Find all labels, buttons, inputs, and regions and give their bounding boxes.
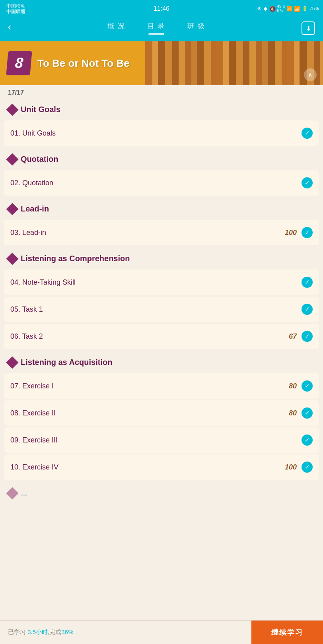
check-icon-06: ✓ [302, 331, 313, 342]
battery-icon: 🔋 [302, 6, 308, 12]
download-icon: ⬇ [302, 21, 315, 35]
carrier-text: 中国移动 中国联通 [6, 3, 25, 15]
lesson-right-08: 80 ✓ [289, 407, 313, 419]
lesson-item-08[interactable]: 08. Exercise II 80 ✓ [4, 400, 319, 426]
lesson-right-05: ✓ [302, 304, 313, 315]
lesson-name-02: 02. Quotation [10, 179, 53, 187]
check-icon-09: ✓ [302, 435, 313, 446]
back-button[interactable]: ‹ [8, 17, 15, 37]
lesson-score-08: 80 [289, 409, 297, 417]
signal-icon: 📶 [294, 6, 300, 12]
section-header-partial: ... [4, 481, 319, 502]
section-header-listening-comp: Listening as Comprehension [4, 247, 319, 268]
lesson-right-02: ✓ [302, 177, 313, 188]
diamond-icon-listening-comp [6, 252, 18, 265]
unit-title: To Be or Not To Be [37, 57, 130, 70]
lesson-right-10: 100 ✓ [285, 462, 313, 473]
continue-button[interactable]: 继续学习 [251, 621, 323, 644]
lesson-item-02[interactable]: 02. Quotation ✓ [4, 170, 319, 196]
time-display: 11:46 [154, 5, 169, 12]
lesson-right-09: ✓ [302, 435, 313, 446]
unit-header: 8 To Be or Not To Be ∧ [0, 41, 323, 85]
check-icon-03: ✓ [302, 227, 313, 238]
tab-overview[interactable]: 概 况 [96, 17, 136, 35]
diamond-icon-unit-goals [6, 103, 18, 116]
check-icon-10: ✓ [302, 462, 313, 473]
wifi-icon: 📶 [286, 6, 292, 12]
section-title-partial: ... [21, 489, 27, 498]
lesson-right-01: ✓ [302, 128, 313, 139]
lesson-name-03: 03. Lead-in [10, 229, 46, 237]
unit-number: 8 [6, 51, 32, 75]
section-header-quotation: Quotation [4, 147, 319, 169]
lesson-name-04: 04. Note-Taking Skill [10, 278, 76, 287]
check-icon-07: ✓ [302, 380, 313, 392]
tab-class[interactable]: 班 级 [176, 17, 216, 35]
check-icon-01: ✓ [302, 128, 313, 139]
section-header-listening-acq: Listening as Acquisition [4, 351, 319, 372]
nav-tabs: 概 况 目 录 班 级 [15, 17, 298, 35]
data-speed: 49.6K/s [277, 4, 285, 13]
download-button[interactable]: ⬇ [298, 17, 315, 39]
section-header-unit-goals: Unit Goals [4, 98, 319, 119]
mute-icon: 🔇 [269, 6, 276, 12]
lesson-item-06[interactable]: 06. Task 2 67 ✓ [4, 324, 319, 349]
eye-icon: 👁 [257, 6, 262, 12]
collapse-button[interactable]: ∧ [304, 68, 317, 81]
check-icon-04: ✓ [302, 277, 313, 288]
lesson-score-07: 80 [289, 382, 297, 390]
lesson-name-07: 07. Exercise I [10, 382, 54, 390]
section-header-lead-in: Lead-in [4, 197, 319, 218]
lesson-name-05: 05. Task 1 [10, 305, 43, 314]
lesson-right-03: 100 ✓ [285, 227, 313, 238]
tab-contents[interactable]: 目 录 [136, 17, 177, 35]
bookshelf-background [145, 41, 323, 85]
lesson-name-06: 06. Task 2 [10, 332, 43, 341]
diamond-icon-listening-acq [6, 356, 18, 369]
nav-bar: ‹ 概 况 目 录 班 级 ⬇ [0, 17, 323, 41]
section-title-unit-goals: Unit Goals [21, 105, 60, 114]
lesson-name-01: 01. Unit Goals [10, 129, 56, 138]
lesson-right-06: 67 ✓ [289, 331, 313, 342]
progress-count: 17/17 [8, 89, 24, 96]
section-title-listening-acq: Listening as Acquisition [21, 358, 112, 367]
lesson-item-04[interactable]: 04. Note-Taking Skill ✓ [4, 270, 319, 295]
progress-section: 17/17 [0, 85, 323, 98]
diamond-icon-quotation [6, 153, 18, 165]
status-icons: 👁 ✱ 🔇 49.6K/s 📶 📶 🔋 75% [257, 4, 319, 13]
lesson-item-10[interactable]: 10. Exercise IV 100 ✓ [4, 454, 319, 480]
lesson-right-07: 80 ✓ [289, 380, 313, 392]
section-title-listening-comp: Listening as Comprehension [21, 254, 130, 263]
lesson-name-09: 09. Exercise III [10, 436, 58, 444]
lesson-score-03: 100 [285, 229, 297, 237]
lesson-name-10: 10. Exercise IV [10, 463, 58, 471]
lesson-right-04: ✓ [302, 277, 313, 288]
lesson-item-05[interactable]: 05. Task 1 ✓ [4, 297, 319, 322]
check-icon-02: ✓ [302, 177, 313, 188]
lesson-item-01[interactable]: 01. Unit Goals ✓ [4, 120, 319, 146]
lesson-item-03[interactable]: 03. Lead-in 100 ✓ [4, 220, 319, 245]
check-icon-08: ✓ [302, 407, 313, 419]
lesson-item-09[interactable]: 09. Exercise III ✓ [4, 427, 319, 453]
section-title-lead-in: Lead-in [21, 204, 49, 213]
lesson-name-08: 08. Exercise II [10, 409, 56, 417]
lesson-score-06: 67 [289, 332, 297, 341]
diamond-icon-partial [6, 487, 18, 499]
status-bar: 中国移动 中国联通 11:46 👁 ✱ 🔇 49.6K/s 📶 📶 🔋 75% [0, 0, 323, 17]
diamond-icon-lead-in [6, 203, 18, 215]
check-icon-05: ✓ [302, 304, 313, 315]
lesson-item-07[interactable]: 07. Exercise I 80 ✓ [4, 373, 319, 399]
bluetooth-icon: ✱ [263, 6, 268, 12]
lesson-score-10: 100 [285, 463, 297, 471]
battery-percent: 75% [309, 6, 319, 12]
study-progress-text: 已学习 3.5小时,完成36% [0, 628, 251, 636]
section-title-quotation: Quotation [21, 155, 58, 164]
content-area: Unit Goals 01. Unit Goals ✓ Quotation 02… [0, 98, 323, 620]
bottom-bar: 已学习 3.5小时,完成36% 继续学习 [0, 620, 323, 644]
